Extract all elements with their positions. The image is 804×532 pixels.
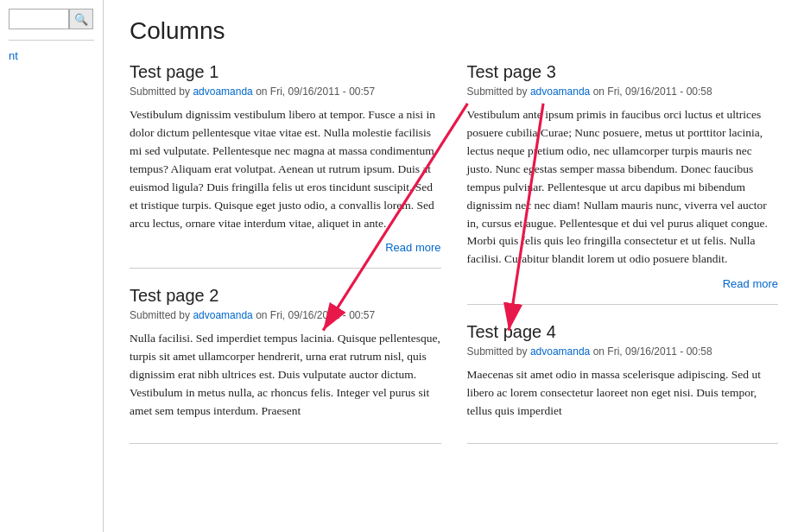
columns-layout: Test page 1 Submitted by advoamanda on F… [130, 62, 778, 461]
meta-label-1: Submitted by [130, 86, 190, 98]
read-more-3[interactable]: Read more [467, 277, 779, 290]
article-meta-2: Submitted by advoamanda on Fri, 09/16/20… [130, 309, 441, 321]
read-more-1[interactable]: Read more [130, 241, 441, 254]
meta-date-1: on Fri, 09/16/2011 - 00:57 [256, 86, 375, 98]
article-meta-3: Submitted by advoamanda on Fri, 09/16/20… [467, 86, 779, 98]
article-body-4: Maecenas sit amet odio in massa sceleris… [467, 366, 779, 421]
sidebar-nav: nt [9, 40, 94, 66]
article-test-page-2: Test page 2 Submitted by advoamanda on F… [130, 286, 441, 444]
search-bar: 🔍 [9, 9, 94, 29]
meta-date-2: on Fri, 09/16/2011 - 00:57 [256, 309, 375, 321]
article-body-1: Vestibulum dignissim vestibulum libero a… [130, 106, 441, 232]
left-column: Test page 1 Submitted by advoamanda on F… [130, 62, 441, 461]
main-content: Columns Test page 1 Submitted by advoama… [104, 0, 804, 532]
article-test-page-3: Test page 3 Submitted by advoamanda on F… [467, 62, 779, 305]
search-input[interactable] [9, 9, 69, 29]
author-link-1[interactable]: advoamanda [193, 86, 252, 98]
article-title-1: Test page 1 [130, 62, 441, 82]
meta-date-4: on Fri, 09/16/2011 - 00:58 [593, 345, 712, 358]
right-column: Test page 3 Submitted by advoamanda on F… [467, 62, 779, 461]
meta-label-3: Submitted by [467, 86, 528, 98]
search-button[interactable]: 🔍 [69, 9, 93, 29]
search-icon: 🔍 [74, 13, 88, 26]
article-title-2: Test page 2 [130, 286, 441, 306]
sidebar-nav-item[interactable]: nt [9, 46, 94, 66]
columns-layout-wrapper: Test page 1 Submitted by advoamanda on F… [130, 62, 778, 461]
article-test-page-4: Test page 4 Submitted by advoamanda on F… [467, 322, 779, 444]
author-link-2[interactable]: advoamanda [193, 309, 252, 321]
article-title-4: Test page 4 [467, 322, 779, 342]
article-title-3: Test page 3 [467, 62, 779, 82]
sidebar: 🔍 nt [0, 0, 104, 532]
meta-date-3: on Fri, 09/16/2011 - 00:58 [593, 86, 712, 98]
article-meta-1: Submitted by advoamanda on Fri, 09/16/20… [130, 86, 441, 98]
article-body-2: Nulla facilisi. Sed imperdiet tempus lac… [130, 330, 441, 421]
page-title: Columns [130, 17, 778, 45]
article-meta-4: Submitted by advoamanda on Fri, 09/16/20… [467, 345, 779, 358]
article-test-page-1: Test page 1 Submitted by advoamanda on F… [130, 62, 441, 269]
author-link-3[interactable]: advoamanda [530, 86, 590, 98]
meta-label-2: Submitted by [130, 309, 190, 321]
article-body-3: Vestibulum ante ipsum primis in faucibus… [467, 106, 779, 269]
meta-label-4: Submitted by [467, 345, 528, 358]
author-link-4[interactable]: advoamanda [530, 345, 590, 358]
